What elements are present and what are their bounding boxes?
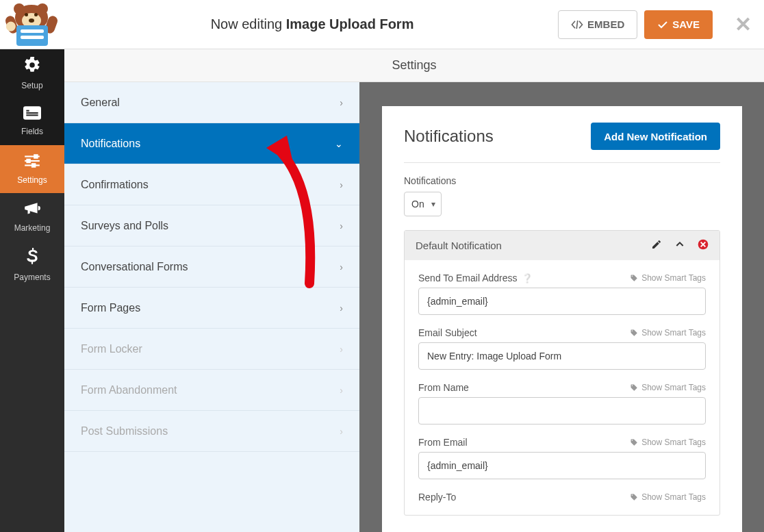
help-icon[interactable]: ❔ [522,273,533,283]
smart-tags-link[interactable]: Show Smart Tags [630,383,706,392]
from-email-label: From Email [418,437,468,448]
notification-item-header: Default Notification [405,231,720,260]
top-bar: Now editing Image Upload Form EMBED SAVE… [0,0,764,49]
sidebar-item-marketing[interactable]: Marketing [0,193,64,241]
settings-notifications-label: Notifications [81,138,140,150]
settings-abandonment-label: Form Abandonment [81,384,177,396]
check-icon [657,20,668,29]
megaphone-icon [23,201,41,220]
tag-icon [630,438,638,446]
sidebar-item-setup[interactable]: Setup [0,49,64,97]
notifications-toggle-select[interactable]: On [404,192,442,216]
sidebar-item-fields[interactable]: Fields [0,97,64,145]
sliders-icon [23,153,41,173]
settings-conversational-label: Conversational Forms [81,261,188,273]
close-button[interactable]: ✕ [735,12,752,36]
svg-line-0 [576,21,578,29]
sidebar-setup-label: Setup [21,81,42,90]
notifications-panel: Notifications Add New Notification Notif… [382,106,742,532]
tag-icon [630,493,638,501]
add-notification-button[interactable]: Add New Notification [591,123,720,150]
subject-label: Email Subject [418,327,477,338]
sidebar-payments-label: Payments [14,273,50,282]
chevron-down-icon: ⌄ [335,138,343,149]
smart-tags-link[interactable]: Show Smart Tags [630,328,706,338]
page-title: Now editing Image Upload Form [66,16,558,32]
notifications-toggle-label: Notifications [404,175,720,186]
notifications-toggle-value: On [411,199,424,210]
settings-item-surveys[interactable]: Surveys and Polls› [64,205,359,246]
sidebar-fields-label: Fields [21,127,43,136]
chevron-right-icon: › [340,262,343,273]
close-icon: ✕ [735,13,752,36]
from-email-input[interactable] [418,452,706,479]
collapse-icon[interactable] [674,239,685,252]
from-name-input[interactable] [418,397,706,425]
smart-tags-link[interactable]: Show Smart Tags [630,273,706,283]
from-name-label: From Name [418,382,469,393]
title-prefix: Now editing [211,16,286,31]
smart-tags-link[interactable]: Show Smart Tags [630,492,706,502]
settings-item-form-locker[interactable]: Form Locker› [64,329,359,370]
chevron-right-icon: › [340,97,343,108]
chevron-right-icon: › [340,179,343,190]
delete-icon[interactable] [698,239,709,252]
sidebar-settings-label: Settings [17,175,47,185]
main-sidebar: Setup Fields Settings Marketing Payments [0,49,64,532]
settings-confirmations-label: Confirmations [81,179,149,191]
settings-header: Settings [64,49,764,82]
list-icon [23,106,41,124]
send-to-label: Send To Email Address ❔ [418,273,533,283]
chevron-right-icon: › [340,426,343,437]
title-form-name: Image Upload Form [286,16,414,31]
embed-button[interactable]: EMBED [558,10,637,39]
gear-icon [23,56,41,78]
embed-label: EMBED [587,18,624,30]
settings-item-general[interactable]: General› [64,82,359,123]
reply-to-label: Reply-To [418,492,456,503]
settings-title: Settings [392,58,436,73]
panel-heading: Notifications [404,127,494,146]
settings-subnav: General› Notifications⌄ Confirmations› S… [64,82,361,532]
settings-formpages-label: Form Pages [81,302,140,314]
settings-general-label: General [81,97,120,109]
subject-input[interactable] [418,342,706,370]
top-actions: EMBED SAVE ✕ [558,10,752,39]
chevron-right-icon: › [340,344,343,355]
sidebar-item-settings[interactable]: Settings [0,145,64,193]
settings-formlocker-label: Form Locker [81,343,142,355]
add-notification-label: Add New Notification [604,131,707,142]
save-label: SAVE [672,18,700,30]
settings-postsub-label: Post Submissions [81,425,168,438]
tag-icon [630,274,638,282]
tag-icon [630,329,638,337]
settings-panel-wrapper: Notifications Add New Notification Notif… [361,82,764,532]
wpforms-logo[interactable] [7,5,58,45]
smart-tags-link[interactable]: Show Smart Tags [630,438,706,447]
save-button[interactable]: SAVE [644,10,713,39]
chevron-right-icon: › [340,220,343,231]
settings-item-form-pages[interactable]: Form Pages› [64,288,359,329]
sidebar-item-payments[interactable]: Payments [0,241,64,289]
chevron-right-icon: › [340,385,343,396]
dollar-icon [27,248,38,270]
svg-rect-8 [34,155,37,157]
settings-item-notifications[interactable]: Notifications⌄ [64,123,359,164]
edit-icon[interactable] [651,239,662,252]
send-to-input[interactable] [418,288,706,315]
chevron-right-icon: › [340,303,343,314]
sidebar-marketing-label: Marketing [14,223,51,233]
settings-item-confirmations[interactable]: Confirmations› [64,164,359,205]
svg-rect-10 [32,164,35,166]
svg-rect-9 [27,160,29,162]
settings-item-post-submissions[interactable]: Post Submissions› [64,411,359,452]
settings-item-conversational[interactable]: Conversational Forms› [64,246,359,288]
code-icon [571,20,583,29]
notification-item: Default Notification [404,230,720,516]
settings-surveys-label: Surveys and Polls [81,220,168,232]
notification-title: Default Notification [416,240,502,251]
settings-item-form-abandonment[interactable]: Form Abandonment› [64,370,359,411]
tag-icon [630,383,638,392]
